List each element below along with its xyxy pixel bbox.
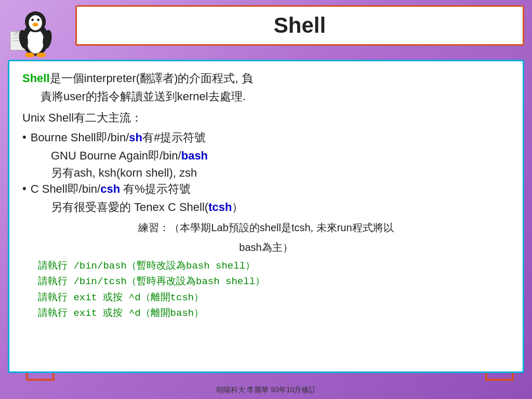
- sub-item-2a: 另有很受喜愛的 Tenex C Shell(tcsh）: [51, 198, 510, 216]
- bullet-item-1: • Bourne Shell即/bin/sh有#提示符號: [22, 130, 510, 146]
- svg-point-15: [36, 52, 46, 57]
- sub-item-1b: 另有ash, ksh(korn shell), zsh: [51, 164, 510, 181]
- exec-line-4: 請執行 exit 或按 ^d（離開bash）: [38, 305, 510, 321]
- svg-point-14: [25, 52, 34, 57]
- page-title: Shell: [274, 13, 326, 37]
- svg-point-6: [27, 29, 44, 54]
- shell-highlight: Shell: [22, 72, 50, 85]
- bullet-text-1: Bourne Shell即/bin/sh有#提示符號: [31, 130, 206, 146]
- practice-line2: bash為主）: [22, 240, 510, 255]
- bullet-text-2: C Shell即/bin/csh 有%提示符號: [31, 181, 191, 197]
- intro-line1: Shell是一個interpreter(翻譯者)的介面程式, 負: [22, 71, 510, 87]
- sub-item-1a: GNU Bourne Again即/bin/bash: [51, 147, 510, 164]
- exec-line-3: 請執行 exit 或按 ^d（離開tcsh）: [38, 290, 510, 305]
- bullet-item-2: • C Shell即/bin/csh 有%提示符號: [22, 181, 510, 197]
- svg-point-12: [37, 19, 39, 21]
- intro-line2: 責將user的指令解讀並送到kernel去處理.: [41, 89, 510, 105]
- title-box: Shell: [75, 5, 524, 46]
- content-box: Shell是一個interpreter(翻譯者)的介面程式, 負 責將user的…: [8, 60, 524, 373]
- practice-line1: 練習：（本學期Lab預設的shell是tcsh, 未來run程式將以: [22, 220, 510, 235]
- unix-heading: Unix Shell有二大主流：: [22, 110, 510, 126]
- exec-lines: 請執行 /bin/bash（暫時改設為bash shell） 請執行 /bin/…: [38, 258, 510, 322]
- bullet-dot-1: •: [22, 130, 26, 144]
- exec-line-2: 請執行 /bin/tcsh（暫時再改設為bash shell）: [38, 274, 510, 289]
- footer: 朝陽科大 李麗華 93年10月修訂: [0, 385, 532, 395]
- tux-penguin: LINUX GAZETTE: [8, 5, 70, 62]
- exec-line-1: 請執行 /bin/bash（暫時改設為bash shell）: [38, 258, 510, 274]
- bullet-dot-2: •: [22, 182, 26, 195]
- svg-point-13: [33, 23, 38, 26]
- svg-point-11: [31, 19, 34, 21]
